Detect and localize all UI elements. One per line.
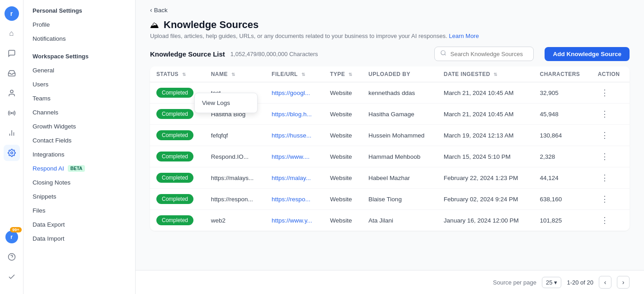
cell-characters-0: 32,905 — [534, 82, 592, 104]
cell-date-0: March 21, 2024 10:45 AM — [437, 82, 534, 104]
cell-fileurl-0: https://googl... — [265, 82, 324, 104]
table-row: Completed web2 https://www.y... Website … — [150, 210, 630, 231]
page-range: 1-20 of 20 — [567, 279, 593, 286]
personal-settings-title: Personal Settings — [24, 0, 135, 18]
cell-action-4: ⋮ — [592, 167, 630, 189]
sidebar-item-respond-ai[interactable]: Respond AI BETA — [24, 161, 135, 175]
inbox-icon[interactable] — [4, 65, 20, 81]
help-icon[interactable] — [4, 249, 20, 265]
list-header: Knowledge Source List 1,052,479/80,000,0… — [136, 47, 644, 66]
cell-fileurl-1: https://blog.h... — [265, 104, 324, 125]
cell-date-1: March 21, 2024 10:45 AM — [437, 104, 534, 125]
home-icon[interactable]: ⌂ — [4, 25, 20, 42]
col-characters: CHARACTERS — [534, 66, 592, 82]
user-profile-icon[interactable]: r 99+ — [4, 229, 20, 245]
cell-uploaded-by-5: Blaise Tiong — [362, 189, 437, 210]
sort-date-icon[interactable]: ⇅ — [494, 72, 497, 77]
cell-characters-2: 130,864 — [534, 125, 592, 146]
file-url-link-0[interactable]: https://googl... — [272, 90, 310, 96]
search-input[interactable] — [450, 51, 528, 57]
add-knowledge-source-button[interactable]: Add Knowledge Source — [545, 47, 630, 61]
contacts-icon[interactable] — [4, 85, 20, 101]
sidebar-item-contact-fields[interactable]: Contact Fields — [24, 133, 135, 147]
learn-more-link[interactable]: Learn More — [449, 33, 479, 39]
sidebar-item-notifications[interactable]: Notifications — [24, 32, 135, 46]
per-page-select[interactable]: 25 ▾ — [542, 277, 561, 288]
sort-fileurl-icon[interactable]: ⇅ — [301, 72, 305, 77]
sort-name-icon[interactable]: ⇅ — [231, 72, 235, 77]
page-header: ⛰ Knowledge Sources Upload files, articl… — [136, 14, 644, 47]
col-file-url: FILE/URL ⇅ — [265, 66, 324, 82]
col-type: TYPE ⇅ — [324, 66, 362, 82]
action-menu-button-5[interactable]: ⋮ — [598, 193, 611, 205]
action-menu-button-2[interactable]: ⋮ — [598, 129, 611, 141]
status-badge-6: Completed — [156, 215, 193, 225]
cell-characters-6: 101,825 — [534, 210, 592, 231]
workspace-settings-title: Workspace Settings — [24, 46, 135, 63]
checkmark-icon[interactable] — [4, 269, 20, 285]
avatar-icon[interactable]: r — [4, 5, 20, 22]
action-menu-button-4[interactable]: ⋮ — [598, 172, 611, 184]
cell-action-5: ⋮ — [592, 189, 630, 210]
action-menu-button-3[interactable]: ⋮ — [598, 151, 611, 162]
sidebar-item-data-export[interactable]: Data Export — [24, 218, 135, 232]
table-row: Completed https://malays... https://mala… — [150, 167, 630, 189]
cell-action-6: ⋮ — [592, 210, 630, 231]
cell-fileurl-4: https://malay... — [265, 167, 324, 189]
table-wrapper: View Logs STATUS ⇅ NAME ⇅ FILE/URL ⇅ TYP… — [136, 66, 644, 270]
file-url-link-2[interactable]: https://husse... — [272, 132, 311, 139]
cell-status-5: Completed — [150, 189, 205, 210]
sidebar-item-snippets[interactable]: Snippets — [24, 190, 135, 204]
settings-icon[interactable] — [4, 145, 20, 161]
chat-icon[interactable] — [4, 45, 20, 62]
reports-icon[interactable] — [4, 125, 20, 141]
cell-type-5: Website — [324, 189, 362, 210]
file-url-link-1[interactable]: https://blog.h... — [272, 111, 312, 118]
cell-fileurl-3: https://www.... — [265, 146, 324, 167]
cell-uploaded-by-6: Ata Jilani — [362, 210, 437, 231]
per-page-chevron-icon: ▾ — [554, 279, 557, 286]
main-content: ‹ Back ⛰ Knowledge Sources Upload files,… — [136, 0, 644, 294]
action-menu-button-0[interactable]: ⋮ — [598, 87, 611, 99]
prev-page-button[interactable]: ‹ — [599, 276, 611, 289]
sidebar-item-integrations[interactable]: Integrations — [24, 147, 135, 161]
sidebar-item-teams[interactable]: Teams — [24, 91, 135, 105]
cell-status-6: Completed — [150, 210, 205, 231]
file-url-link-4[interactable]: https://malay... — [272, 175, 311, 181]
sort-status-icon[interactable]: ⇅ — [182, 72, 186, 77]
col-uploaded-by: UPLOADED BY — [362, 66, 437, 82]
action-menu-button-6[interactable]: ⋮ — [598, 214, 611, 226]
file-url-link-6[interactable]: https://www.y... — [272, 217, 312, 224]
svg-line-9 — [445, 54, 446, 56]
page-subtitle: Upload files, articles, help guides, URL… — [150, 33, 630, 39]
sidebar-item-channels[interactable]: Channels — [24, 105, 135, 119]
back-nav[interactable]: ‹ Back — [136, 0, 644, 14]
next-page-button[interactable]: › — [617, 276, 630, 289]
sidebar-item-data-import[interactable]: Data Import — [24, 232, 135, 246]
svg-point-0 — [10, 90, 13, 93]
action-menu-button-1[interactable]: ⋮ — [598, 108, 611, 120]
sidebar-item-general[interactable]: General — [24, 63, 135, 77]
sidebar-item-profile[interactable]: Profile — [24, 18, 135, 32]
sort-type-icon[interactable]: ⇅ — [348, 72, 352, 77]
cell-date-5: February 02, 2024 9:24 PM — [437, 189, 534, 210]
cell-name-4: https://malays... — [205, 167, 265, 189]
broadcast-icon[interactable] — [4, 105, 20, 121]
cell-type-6: Website — [324, 210, 362, 231]
file-url-link-3[interactable]: https://www.... — [272, 153, 310, 160]
col-action: ACTION — [592, 66, 630, 82]
cell-date-4: February 22, 2024 1:23 PM — [437, 167, 534, 189]
left-icon-bar: r ⌂ r 99+ — [0, 0, 24, 294]
sidebar-item-closing-notes[interactable]: Closing Notes — [24, 175, 135, 190]
search-box[interactable] — [434, 47, 534, 61]
profile-avatar: r — [5, 231, 18, 243]
status-badge-2: Completed — [156, 130, 193, 140]
sidebar-item-users[interactable]: Users — [24, 77, 135, 91]
cell-type-3: Website — [324, 146, 362, 167]
sidebar-item-files[interactable]: Files — [24, 204, 135, 218]
cell-fileurl-2: https://husse... — [265, 125, 324, 146]
cell-uploaded-by-0: kennethads ddas — [362, 82, 437, 104]
view-logs-item[interactable]: View Logs — [195, 96, 257, 110]
sidebar-item-growth-widgets[interactable]: Growth Widgets — [24, 119, 135, 133]
file-url-link-5[interactable]: https://respo... — [272, 196, 310, 203]
